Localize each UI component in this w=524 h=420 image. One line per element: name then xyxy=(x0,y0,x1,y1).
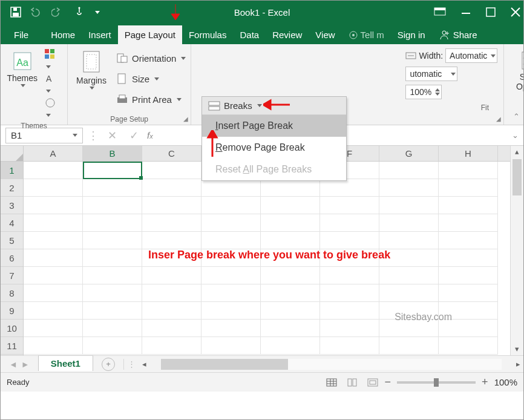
cell[interactable] xyxy=(261,337,320,355)
zoom-out[interactable]: − xyxy=(385,376,391,389)
vertical-scrollbar[interactable]: ▴▾ xyxy=(510,146,523,355)
col-header-B[interactable]: B xyxy=(83,146,142,161)
cell[interactable] xyxy=(320,302,379,320)
menu-insert-page-break[interactable]: Insert Page Break xyxy=(202,115,346,137)
cell[interactable] xyxy=(379,162,439,179)
cell[interactable] xyxy=(201,320,261,337)
orientation-button[interactable]: Orientation xyxy=(116,49,186,67)
size-button[interactable]: Size xyxy=(116,70,186,88)
cell[interactable] xyxy=(439,267,498,284)
zoom-in[interactable]: + xyxy=(482,376,488,389)
zoom-level[interactable]: 100% xyxy=(494,377,517,387)
cell[interactable] xyxy=(379,267,439,284)
cell[interactable] xyxy=(439,232,498,249)
sheet-nav-prev[interactable]: ◄ xyxy=(9,359,18,369)
row-header-3[interactable]: 3 xyxy=(1,197,23,214)
cell[interactable] xyxy=(83,197,142,214)
cell[interactable] xyxy=(83,267,142,284)
expand-formula-bar[interactable]: ⌄ xyxy=(512,131,519,140)
cell[interactable] xyxy=(24,284,83,302)
height-control[interactable]: utomatic xyxy=(405,65,497,83)
cell[interactable] xyxy=(439,214,498,232)
row-header-6[interactable]: 6 xyxy=(1,249,23,267)
colors-icon[interactable] xyxy=(45,49,62,71)
cell[interactable] xyxy=(24,197,83,214)
redo-icon[interactable] xyxy=(51,7,65,17)
select-all-corner[interactable] xyxy=(1,146,23,162)
scale-control[interactable]: 100% xyxy=(405,83,497,101)
cell[interactable] xyxy=(142,214,201,232)
cell[interactable] xyxy=(201,179,261,197)
cell[interactable] xyxy=(83,284,142,302)
col-header-A[interactable]: A xyxy=(24,146,83,161)
close-icon[interactable] xyxy=(510,7,521,18)
cell[interactable] xyxy=(142,302,201,320)
cell[interactable] xyxy=(83,214,142,232)
cell[interactable] xyxy=(201,197,261,214)
cell[interactable] xyxy=(439,284,498,302)
col-header-C[interactable]: C xyxy=(142,146,201,161)
cell[interactable] xyxy=(142,232,201,249)
cell[interactable] xyxy=(379,214,439,232)
row-header-4[interactable]: 4 xyxy=(1,214,23,232)
ribbon-display-icon[interactable] xyxy=(434,7,446,17)
cell[interactable] xyxy=(83,337,142,355)
cell[interactable] xyxy=(261,232,320,249)
cell[interactable] xyxy=(320,337,379,355)
cell[interactable] xyxy=(379,179,439,197)
cell[interactable] xyxy=(320,179,379,197)
row-header-11[interactable]: 11 xyxy=(1,337,23,355)
cell[interactable] xyxy=(379,232,439,249)
minimize-icon[interactable] xyxy=(460,7,471,18)
cell[interactable] xyxy=(24,232,83,249)
cell[interactable] xyxy=(261,267,320,284)
tab-data[interactable]: Data xyxy=(233,25,266,44)
share-button[interactable]: Share xyxy=(432,25,487,44)
sign-in[interactable]: Sign in xyxy=(391,25,432,44)
view-page-layout-icon[interactable] xyxy=(344,376,361,389)
cell[interactable] xyxy=(83,232,142,249)
cell[interactable] xyxy=(201,232,261,249)
cell[interactable] xyxy=(142,267,201,284)
cell[interactable] xyxy=(83,302,142,320)
tab-file[interactable]: File xyxy=(4,25,38,44)
cell[interactable] xyxy=(142,179,201,197)
sheet-nav-next[interactable]: ► xyxy=(21,359,30,369)
cell[interactable] xyxy=(261,179,320,197)
cell[interactable] xyxy=(379,337,439,355)
page-setup-launcher[interactable]: ◢ xyxy=(183,116,188,122)
cell[interactable] xyxy=(439,197,498,214)
add-sheet-button[interactable]: + xyxy=(102,358,115,371)
cell[interactable] xyxy=(261,284,320,302)
sheet-options-button[interactable]: Sheet Options xyxy=(509,47,524,96)
view-page-break-icon[interactable] xyxy=(364,376,381,389)
cell[interactable] xyxy=(142,284,201,302)
cell[interactable] xyxy=(83,249,142,267)
cell[interactable] xyxy=(261,197,320,214)
row-header-1[interactable]: 1 xyxy=(1,162,23,179)
cell[interactable] xyxy=(142,337,201,355)
cell[interactable] xyxy=(320,320,379,337)
zoom-slider[interactable] xyxy=(397,381,476,384)
tab-home[interactable]: Home xyxy=(44,25,82,44)
qat-customize[interactable] xyxy=(95,11,100,14)
tell-me[interactable]: Tell m xyxy=(342,25,391,44)
cell[interactable] xyxy=(83,162,142,179)
tab-page-layout[interactable]: Page Layout xyxy=(118,25,182,44)
cell[interactable] xyxy=(320,232,379,249)
col-header-H[interactable]: H xyxy=(439,146,498,161)
collapse-ribbon-icon[interactable]: ⌃ xyxy=(513,112,520,121)
col-header-G[interactable]: G xyxy=(379,146,439,161)
cell[interactable] xyxy=(201,267,261,284)
row-header-7[interactable]: 7 xyxy=(1,267,23,284)
cell[interactable] xyxy=(320,267,379,284)
undo-icon[interactable] xyxy=(30,7,43,17)
cell[interactable] xyxy=(261,302,320,320)
cell[interactable] xyxy=(439,249,498,267)
cell[interactable] xyxy=(201,284,261,302)
view-normal-icon[interactable] xyxy=(323,376,340,389)
cell[interactable] xyxy=(201,337,261,355)
cell[interactable] xyxy=(24,337,83,355)
margins-button[interactable]: Margins xyxy=(73,47,110,113)
tab-view[interactable]: View xyxy=(309,25,341,44)
